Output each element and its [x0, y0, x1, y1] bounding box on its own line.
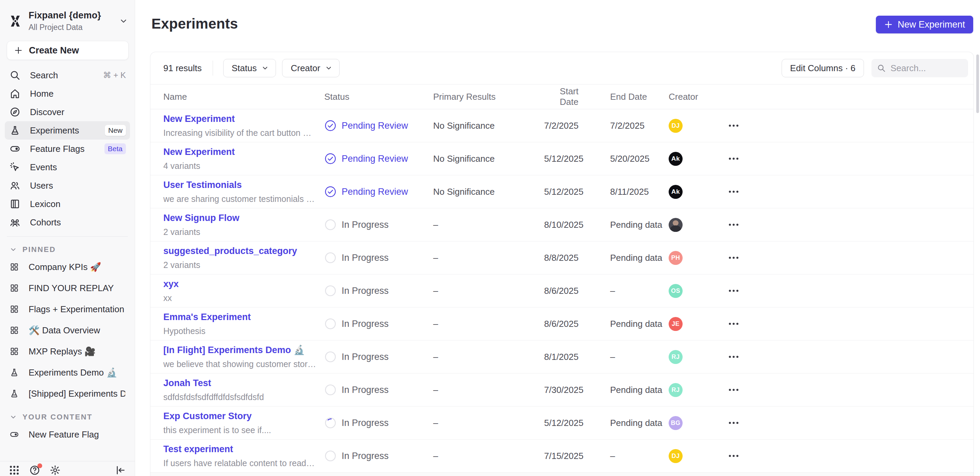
experiment-name-link[interactable]: Test experiment — [163, 444, 316, 455]
filter-label: Creator — [291, 63, 320, 73]
sidebar-item-label: Search — [30, 70, 103, 81]
row-overflow-menu[interactable] — [729, 121, 745, 130]
row-overflow-menu[interactable] — [729, 220, 745, 229]
creator-avatar[interactable]: BG — [669, 416, 682, 430]
sidebar-item-mxp-replays[interactable]: MXP Replays 🎥 — [5, 341, 130, 362]
experiment-subtitle: Hypothesis — [163, 326, 316, 336]
experiment-name-link[interactable]: [In Flight] Experiments Demo 🔬 — [163, 345, 316, 355]
column-header-end-date[interactable]: End Date — [610, 92, 669, 102]
status-filter-button[interactable]: Status — [223, 59, 276, 77]
apps-grid-icon[interactable] — [9, 465, 20, 476]
experiment-name-link[interactable]: Exp Customer Story — [163, 411, 316, 422]
help-icon[interactable] — [29, 465, 40, 476]
start-date-value: 8/8/2025 — [544, 252, 610, 263]
experiment-row: User Testimonials we are sharing custome… — [150, 175, 974, 208]
experiment-name-link[interactable]: Jonah Test — [163, 378, 316, 388]
create-new-button[interactable]: Create New — [7, 41, 129, 60]
row-overflow-menu[interactable] — [729, 452, 745, 460]
search-input[interactable] — [891, 63, 963, 73]
vertical-scrollbar[interactable] — [976, 54, 979, 113]
creator-avatar[interactable]: Ak — [669, 152, 682, 166]
chevron-down-icon — [10, 246, 17, 253]
row-overflow-menu[interactable] — [729, 154, 745, 163]
start-date-value: 8/1/2025 — [544, 352, 610, 362]
new-experiment-button[interactable]: New Experiment — [876, 16, 973, 34]
column-header-primary-results[interactable]: Primary Results — [433, 92, 544, 102]
creator-avatar[interactable]: DJ — [669, 119, 682, 133]
column-header-name[interactable]: Name — [163, 92, 324, 102]
sidebar-item-find-your-replay[interactable]: FIND YOUR REPLAY — [5, 278, 130, 299]
row-overflow-menu[interactable] — [729, 385, 745, 394]
sidebar-item-label: Experiments — [30, 125, 105, 136]
search-icon — [10, 70, 21, 81]
table-body: New Experiment Increasing visibility of … — [150, 109, 974, 473]
sidebar-item-feature-flags[interactable]: Feature FlagsBeta — [5, 140, 130, 158]
sidebar-item-users[interactable]: Users — [5, 176, 130, 195]
status-label: Pending Review — [342, 153, 408, 164]
row-overflow-menu[interactable] — [729, 352, 745, 361]
row-overflow-menu[interactable] — [729, 253, 745, 262]
keyboard-shortcut: ⌘ + K — [103, 70, 126, 80]
experiment-name-link[interactable]: suggested_products_category — [163, 246, 316, 256]
sidebar-item-experiments[interactable]: ExperimentsNew — [5, 121, 130, 140]
sidebar-item-data-overview[interactable]: 🛠️ Data Overview — [5, 320, 130, 341]
creator-avatar[interactable]: Ak — [669, 185, 682, 199]
creator-avatar[interactable]: JE — [669, 317, 682, 331]
creator-avatar[interactable] — [669, 218, 682, 232]
experiment-name-link[interactable]: xyx — [163, 279, 316, 289]
workspace-switcher[interactable]: Fixpanel {demo} All Project Data — [0, 0, 135, 36]
section-header-your-content[interactable]: YOUR CONTENT — [5, 410, 130, 424]
sidebar-item-label: Discover — [30, 107, 126, 117]
creator-avatar[interactable]: PH — [669, 251, 682, 265]
start-date-value: 7/15/2025 — [544, 451, 610, 462]
sidebar-item-company-kpis[interactable]: Company KPIs 🚀 — [5, 256, 130, 278]
filter-label: Status — [232, 63, 257, 73]
experiment-name-link[interactable]: New Signup Flow — [163, 213, 316, 224]
start-date-value: 7/2/2025 — [544, 121, 610, 131]
experiment-name-link[interactable]: Emma's Experiment — [163, 312, 316, 323]
sidebar-item-flags-experimentation-demo[interactable]: Flags + Experimentation Demo — [5, 299, 130, 320]
creator-avatar[interactable]: RJ — [669, 383, 682, 397]
experiment-name-link[interactable]: New Experiment — [163, 147, 316, 157]
sidebar-item-new-feature-flag[interactable]: New Feature Flag — [5, 424, 130, 445]
column-header-creator[interactable]: Creator — [669, 92, 729, 102]
creator-avatar[interactable]: OS — [669, 284, 682, 298]
creator-avatar[interactable]: DJ — [669, 449, 682, 463]
settings-gear-icon[interactable] — [50, 465, 60, 476]
home-icon — [10, 88, 21, 99]
row-overflow-menu[interactable] — [729, 418, 745, 427]
plus-icon — [884, 20, 893, 29]
sidebar-item-home[interactable]: Home — [5, 85, 130, 103]
status-progress-icon — [324, 384, 337, 396]
primary-results-value: – — [433, 385, 544, 395]
column-header-start-date[interactable]: Start Date — [544, 86, 610, 107]
column-header-status[interactable]: Status — [324, 92, 433, 102]
page-header: Experiments New Experiment — [135, 0, 980, 52]
creator-avatar[interactable]: RJ — [669, 350, 682, 364]
sidebar-item-cohorts[interactable]: Cohorts — [5, 213, 130, 232]
sidebar-item-label: New Feature Flag — [29, 430, 99, 440]
row-overflow-menu[interactable] — [729, 187, 745, 196]
experiment-name-link[interactable]: User Testimonials — [163, 180, 316, 190]
sidebar-item-discover[interactable]: Discover — [5, 103, 130, 121]
row-overflow-menu[interactable] — [729, 319, 745, 328]
end-date-value: Pending data — [610, 319, 669, 329]
status-label: In Progress — [342, 286, 388, 296]
start-date-value: 8/6/2025 — [544, 319, 610, 329]
end-date-value: – — [610, 352, 669, 362]
sidebar-item-events[interactable]: Events — [5, 158, 130, 176]
section-header-pinned[interactable]: PINNED — [5, 243, 130, 256]
row-overflow-menu[interactable] — [729, 286, 745, 295]
creator-filter-button[interactable]: Creator — [282, 59, 340, 77]
collapse-sidebar-icon[interactable] — [115, 465, 126, 476]
experiment-name-link[interactable]: New Experiment — [163, 114, 316, 124]
flask-icon — [10, 368, 19, 377]
sidebar-item-shipped-experiments-demo[interactable]: [Shipped] Experiments Demo ✏️ — [5, 383, 130, 404]
status-label: In Progress — [342, 252, 388, 263]
table-search[interactable] — [872, 59, 968, 77]
sidebar-item-experiments-demo[interactable]: Experiments Demo 🔬 — [5, 362, 130, 383]
edit-columns-button[interactable]: Edit Columns · 6 — [782, 59, 864, 77]
sidebar-item-lexicon[interactable]: Lexicon — [5, 195, 130, 213]
sidebar-item-label: Experiments Demo 🔬 — [29, 367, 118, 378]
sidebar-item-search[interactable]: Search⌘ + K — [5, 66, 130, 85]
